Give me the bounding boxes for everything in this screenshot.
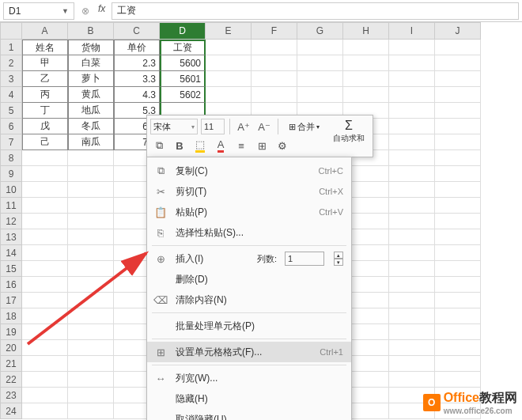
cell[interactable]: 戊 xyxy=(22,119,68,134)
cell[interactable] xyxy=(435,150,481,166)
cell[interactable] xyxy=(343,40,389,55)
cell[interactable]: 冬瓜 xyxy=(68,119,114,134)
cell[interactable] xyxy=(68,214,114,229)
cell[interactable] xyxy=(435,55,481,71)
cell[interactable] xyxy=(435,324,481,340)
cell[interactable] xyxy=(68,403,114,419)
cell[interactable]: 乙 xyxy=(22,71,68,87)
cell[interactable] xyxy=(389,214,435,229)
cell[interactable] xyxy=(297,71,343,87)
row-header[interactable]: 5 xyxy=(0,103,22,119)
menu-column-width[interactable]: ↔ 列宽(W)... xyxy=(147,368,351,388)
cell[interactable]: 黄瓜 xyxy=(68,87,114,103)
cell[interactable] xyxy=(435,40,481,55)
row-header[interactable]: 24 xyxy=(0,403,22,419)
cell[interactable] xyxy=(389,229,435,245)
cell[interactable] xyxy=(389,119,435,134)
cell[interactable] xyxy=(252,87,297,103)
cell[interactable] xyxy=(22,166,68,182)
cell[interactable] xyxy=(68,277,114,293)
cell[interactable] xyxy=(435,229,481,245)
cell[interactable] xyxy=(389,277,435,293)
cell[interactable] xyxy=(22,229,68,245)
formula-bar[interactable]: 工资 xyxy=(112,2,519,20)
menu-insert[interactable]: ⊕ 插入(I) 列数: 1 ▴▾ xyxy=(147,248,351,269)
cell[interactable] xyxy=(435,372,481,388)
decrease-font-icon[interactable]: A⁻ xyxy=(255,119,273,134)
cell[interactable] xyxy=(343,87,389,103)
cell[interactable] xyxy=(389,150,435,166)
cell[interactable] xyxy=(206,87,252,103)
col-header-f[interactable]: F xyxy=(252,22,297,40)
cell[interactable] xyxy=(68,293,114,308)
cell[interactable] xyxy=(389,293,435,308)
fx-icon[interactable]: fx xyxy=(95,3,108,19)
cell[interactable] xyxy=(22,182,68,198)
font-size-select[interactable]: 11 xyxy=(201,119,225,134)
cell[interactable]: 丙 xyxy=(22,87,68,103)
cell[interactable]: 5602 xyxy=(160,87,206,103)
menu-unhide[interactable]: 取消隐藏(U) xyxy=(147,409,351,420)
cell[interactable] xyxy=(389,87,435,103)
cell[interactable]: 工资 xyxy=(160,40,206,55)
font-select[interactable]: 宋体 ▾ xyxy=(150,119,198,134)
autosum-button[interactable]: Σ 自动求和 xyxy=(328,119,369,134)
col-header-d[interactable]: D xyxy=(160,22,206,40)
cell[interactable] xyxy=(435,293,481,308)
menu-copy[interactable]: ⧉ 复制(C) Ctrl+C xyxy=(147,161,351,181)
cell[interactable] xyxy=(68,245,114,261)
cell[interactable] xyxy=(389,166,435,182)
cell[interactable] xyxy=(435,340,481,356)
cell[interactable] xyxy=(22,356,68,372)
cell[interactable] xyxy=(389,324,435,340)
menu-paste[interactable]: 📋 粘贴(P) Ctrl+V xyxy=(147,202,351,222)
cell[interactable] xyxy=(435,198,481,214)
cell[interactable] xyxy=(343,71,389,87)
menu-delete[interactable]: 删除(D) xyxy=(147,269,351,289)
format-icon[interactable]: ⚙ xyxy=(274,138,291,153)
cell[interactable] xyxy=(22,150,68,166)
cell[interactable]: 2.3 xyxy=(114,55,160,71)
cell[interactable] xyxy=(68,229,114,245)
cell[interactable] xyxy=(22,293,68,308)
cell[interactable] xyxy=(389,55,435,71)
cell[interactable]: 白菜 xyxy=(68,55,114,71)
cell[interactable] xyxy=(22,214,68,229)
cell[interactable] xyxy=(68,150,114,166)
cell[interactable] xyxy=(389,134,435,150)
cell[interactable] xyxy=(435,119,481,134)
cell[interactable]: 萝卜 xyxy=(68,71,114,87)
cell[interactable] xyxy=(389,308,435,324)
cell[interactable] xyxy=(22,198,68,214)
cell[interactable] xyxy=(68,198,114,214)
row-header[interactable]: 1 xyxy=(0,40,22,55)
cancel-icon[interactable]: ⊗ xyxy=(78,3,93,19)
cell[interactable] xyxy=(206,55,252,71)
col-header-c[interactable]: C xyxy=(114,22,160,40)
cell[interactable] xyxy=(68,356,114,372)
cell[interactable] xyxy=(68,182,114,198)
cell[interactable] xyxy=(435,261,481,277)
row-header[interactable]: 14 xyxy=(0,245,22,261)
row-header[interactable]: 16 xyxy=(0,277,22,293)
cell[interactable] xyxy=(68,166,114,182)
cell[interactable] xyxy=(435,87,481,103)
cell[interactable] xyxy=(206,40,252,55)
row-header[interactable]: 13 xyxy=(0,229,22,245)
cell[interactable] xyxy=(22,261,68,277)
cell[interactable] xyxy=(435,214,481,229)
font-color-icon[interactable]: A xyxy=(212,138,229,153)
copy-icon[interactable]: ⧉ xyxy=(150,138,168,153)
row-header[interactable]: 3 xyxy=(0,71,22,87)
cell[interactable] xyxy=(435,166,481,182)
cell[interactable] xyxy=(68,372,114,388)
cell[interactable] xyxy=(22,277,68,293)
row-header[interactable]: 15 xyxy=(0,261,22,277)
cell[interactable] xyxy=(389,261,435,277)
cell[interactable]: 单价 xyxy=(114,40,160,55)
cell[interactable] xyxy=(389,103,435,119)
cell[interactable] xyxy=(343,55,389,71)
col-header-g[interactable]: G xyxy=(297,22,343,40)
cell[interactable] xyxy=(389,71,435,87)
spinner-buttons[interactable]: ▴▾ xyxy=(334,252,343,266)
